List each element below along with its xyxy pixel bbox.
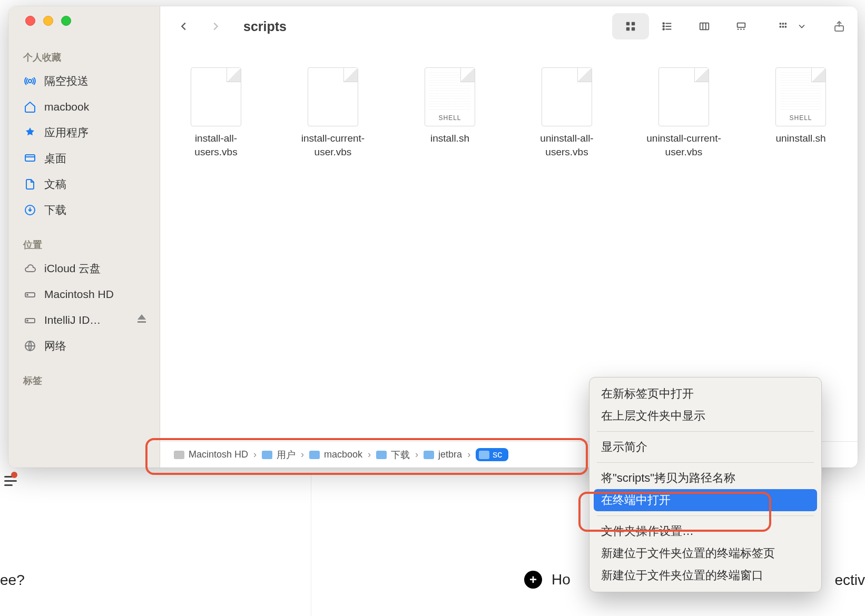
- path-crumb[interactable]: 用户: [262, 449, 296, 461]
- file-name: uninstall-all-users.vbs: [525, 132, 609, 158]
- sidebar-item-label: Macintosh HD: [44, 288, 114, 301]
- svg-point-12: [663, 23, 664, 24]
- svg-point-6: [27, 320, 28, 321]
- chevron-down-icon: [794, 21, 809, 32]
- crumb-label: Macintosh HD: [189, 449, 248, 460]
- path-crumb[interactable]: jetbra: [424, 449, 462, 460]
- sidebar-item-label: 隔空投送: [44, 74, 89, 88]
- svg-point-0: [28, 80, 32, 83]
- zoom-button[interactable]: [61, 16, 71, 26]
- group-by-button[interactable]: [769, 21, 817, 32]
- home-folder-icon: [309, 451, 320, 459]
- sidebar-item-macintosh-hd[interactable]: Macintosh HD: [8, 281, 160, 307]
- svg-rect-11: [632, 27, 635, 31]
- sidebar-item-label: 网络: [44, 339, 66, 353]
- menu-separator: [597, 431, 814, 432]
- svg-rect-18: [782, 23, 784, 24]
- svg-rect-1: [25, 155, 35, 161]
- folder-icon: [262, 451, 272, 459]
- view-switcher: [612, 13, 760, 39]
- context-menu: 在新标签页中打开 在上层文件夹中显示 显示简介 将"scripts"拷贝为路径名…: [589, 377, 822, 592]
- airdrop-icon: [23, 75, 37, 87]
- file-item[interactable]: uninstall-current-user.vbs: [642, 67, 726, 158]
- file-item[interactable]: SHELL uninstall.sh: [759, 67, 843, 145]
- bg-text-right: ectiv: [834, 572, 865, 589]
- view-gallery-button[interactable]: [723, 13, 760, 39]
- view-columns-button[interactable]: [686, 13, 723, 39]
- sidebar-item-label: iCloud 云盘: [44, 261, 101, 276]
- svg-point-4: [27, 294, 28, 295]
- svg-rect-16: [738, 23, 745, 27]
- crumb-label: macbook: [324, 449, 362, 460]
- svg-rect-21: [782, 26, 784, 27]
- desktop-icon: [23, 152, 37, 165]
- sidebar-item-downloads[interactable]: 下载: [8, 197, 160, 223]
- file-item[interactable]: SHELL install.sh: [408, 67, 492, 145]
- disk-icon: [23, 288, 37, 301]
- file-item[interactable]: install-current-user.vbs: [291, 67, 375, 158]
- file-name: install-current-user.vbs: [291, 132, 375, 158]
- crumb-label: jetbra: [438, 449, 462, 460]
- file-icon: [542, 67, 592, 126]
- view-list-button[interactable]: [649, 13, 686, 39]
- close-button[interactable]: [25, 16, 35, 26]
- file-icon: [191, 67, 241, 126]
- menu-item-new-terminal-tab[interactable]: 新建位于文件夹位置的终端标签页: [589, 542, 821, 564]
- menu-item-open-terminal[interactable]: 在终端中打开: [594, 489, 817, 511]
- nav-buttons: [171, 14, 229, 39]
- apps-icon: [23, 126, 37, 139]
- path-crumb[interactable]: 下载: [376, 449, 410, 461]
- folder-icon: [479, 451, 489, 459]
- menu-item-show-enclosing[interactable]: 在上层文件夹中显示: [589, 405, 821, 427]
- downloads-icon: [23, 204, 37, 216]
- window-controls: [8, 16, 160, 26]
- finder-toolbar: scripts: [160, 6, 858, 46]
- svg-rect-17: [780, 23, 781, 24]
- plus-icon: +: [524, 571, 542, 589]
- sidebar-item-label: 文稿: [44, 177, 66, 192]
- cloud-icon: [23, 262, 37, 275]
- sidebar-item-airdrop[interactable]: 隔空投送: [8, 68, 160, 94]
- annotation-dot: [11, 472, 17, 478]
- menu-item-new-terminal-window[interactable]: 新建位于文件夹位置的终端窗口: [589, 564, 821, 587]
- sidebar-item-network[interactable]: 网络: [8, 333, 160, 359]
- bg-button-label: Ho: [552, 571, 571, 588]
- view-icons-button[interactable]: [612, 13, 649, 39]
- hd-icon: [174, 451, 184, 459]
- sidebar-item-applications[interactable]: 应用程序: [8, 120, 160, 145]
- sidebar-item-label: macbook: [44, 101, 89, 113]
- forward-button[interactable]: [202, 14, 229, 39]
- minimize-button[interactable]: [43, 16, 53, 26]
- sidebar-item-label: IntelliJ ID…: [44, 314, 101, 326]
- menu-item-open-new-tab[interactable]: 在新标签页中打开: [589, 383, 821, 405]
- bg-add-button[interactable]: + Ho: [524, 571, 571, 589]
- hamburger-icon: [4, 480, 17, 482]
- finder-sidebar: 个人收藏 隔空投送 macbook 应用程序: [8, 6, 160, 468]
- folder-icon: [376, 451, 387, 459]
- sidebar-item-home[interactable]: macbook: [8, 94, 160, 120]
- sidebar-item-intellij[interactable]: IntelliJ ID…: [8, 307, 160, 333]
- sidebar-item-label: 应用程序: [44, 125, 89, 140]
- svg-rect-10: [626, 27, 630, 31]
- file-item[interactable]: uninstall-all-users.vbs: [525, 67, 609, 158]
- file-icon: [658, 67, 709, 126]
- sidebar-item-icloud[interactable]: iCloud 云盘: [8, 255, 160, 281]
- svg-rect-8: [626, 22, 630, 25]
- svg-rect-19: [785, 23, 787, 24]
- sidebar-item-desktop[interactable]: 桌面: [8, 145, 160, 171]
- file-item[interactable]: install-all-users.vbs: [174, 67, 258, 158]
- sidebar-heading-tags: 标签: [8, 374, 160, 391]
- menu-item-copy-path[interactable]: 将"scripts"拷贝为路径名称: [589, 467, 821, 489]
- menu-item-folder-actions[interactable]: 文件夹操作设置…: [589, 520, 821, 542]
- share-button[interactable]: [826, 20, 852, 33]
- menu-item-get-info[interactable]: 显示简介: [589, 436, 821, 458]
- eject-icon[interactable]: [135, 312, 148, 327]
- path-crumb[interactable]: macbook: [309, 449, 362, 460]
- path-crumb-selected[interactable]: sc: [476, 448, 508, 461]
- path-crumb[interactable]: Macintosh HD: [174, 449, 248, 460]
- sidebar-item-documents[interactable]: 文稿: [8, 171, 160, 197]
- home-icon: [23, 101, 37, 113]
- sidebar-item-label: 下载: [44, 203, 66, 217]
- back-button[interactable]: [171, 14, 197, 39]
- svg-rect-20: [780, 26, 781, 27]
